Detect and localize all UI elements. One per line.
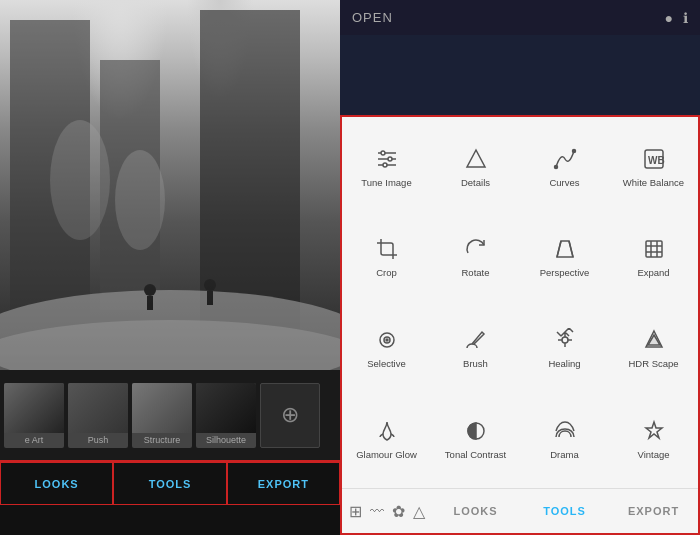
tool-tune-image[interactable]: Tune Image (342, 121, 431, 212)
left-panel: e Art Push Structure Silhouette ⊕ LOOKS … (0, 0, 340, 535)
tool-white-balance[interactable]: WB White Balance (609, 121, 698, 212)
mustache-bottom-icon[interactable]: 〰 (370, 503, 384, 519)
thumbnails-row: e Art Push Structure Silhouette ⊕ (0, 370, 340, 460)
svg-point-18 (554, 165, 557, 168)
info-icon[interactable]: ℹ (683, 10, 688, 26)
svg-point-5 (50, 120, 110, 240)
svg-point-14 (381, 151, 385, 155)
svg-line-23 (557, 241, 561, 257)
svg-point-9 (204, 279, 216, 291)
svg-point-16 (383, 163, 387, 167)
bottom-icon-row: ⊞ 〰 ✿ △ (342, 489, 431, 533)
curves-icon (550, 145, 580, 173)
tonal-contrast-icon (461, 417, 491, 445)
svg-rect-25 (646, 241, 662, 257)
details-label: Details (461, 177, 490, 188)
svg-point-28 (386, 339, 388, 341)
rotate-icon (461, 235, 491, 263)
white-balance-icon: WB (639, 145, 669, 173)
tool-brush[interactable]: Brush (431, 303, 520, 394)
tune-image-icon (372, 145, 402, 173)
svg-point-6 (115, 150, 165, 250)
open-button[interactable]: OPEN (352, 10, 393, 25)
add-filter-button[interactable]: ⊕ (260, 383, 320, 448)
crop-label: Crop (376, 267, 397, 278)
bottom-nav-right: ⊞ 〰 ✿ △ LOOKS TOOLS EXPORT (342, 488, 698, 533)
svg-point-7 (144, 284, 156, 296)
dot-icon: ● (665, 10, 673, 26)
tools-grid-container: Tune Image Details (340, 115, 700, 535)
right-nav-looks[interactable]: LOOKS (431, 489, 520, 533)
tool-details[interactable]: Details (431, 121, 520, 212)
left-nav-export[interactable]: EXPORT (227, 462, 340, 505)
grid-bottom-icon[interactable]: ⊞ (349, 502, 362, 521)
glamour-glow-icon (372, 417, 402, 445)
thumb-e-art[interactable]: e Art (4, 383, 64, 448)
drama-icon (550, 417, 580, 445)
svg-marker-17 (467, 150, 485, 167)
curves-label: Curves (549, 177, 579, 188)
svg-marker-33 (646, 422, 662, 438)
brush-icon (461, 326, 491, 354)
left-nav-tools[interactable]: TOOLS (113, 462, 226, 505)
tool-selective[interactable]: Selective (342, 303, 431, 394)
tune-image-label: Tune Image (361, 177, 411, 188)
right-nav-export[interactable]: EXPORT (609, 489, 698, 533)
flower-bottom-icon[interactable]: ✿ (392, 502, 405, 521)
vintage-label: Vintage (637, 449, 669, 460)
thumb-structure[interactable]: Structure (132, 383, 192, 448)
selective-label: Selective (367, 358, 406, 369)
tool-tonal-contrast[interactable]: Tonal Contrast (431, 393, 520, 484)
svg-point-19 (572, 149, 575, 152)
preview-dark-area (340, 35, 700, 115)
crop-icon (372, 235, 402, 263)
details-icon (461, 145, 491, 173)
thumb-push[interactable]: Push (68, 383, 128, 448)
svg-point-15 (388, 157, 392, 161)
healing-label: Healing (548, 358, 580, 369)
svg-rect-10 (207, 291, 213, 305)
arrow-bottom-icon[interactable]: △ (413, 502, 425, 521)
right-nav-tools[interactable]: TOOLS (520, 489, 609, 533)
drama-label: Drama (550, 449, 579, 460)
tool-drama[interactable]: Drama (520, 393, 609, 484)
tonal-contrast-label: Tonal Contrast (445, 449, 506, 460)
main-image (0, 0, 340, 370)
thumb-silhouette[interactable]: Silhouette (196, 383, 256, 448)
healing-icon (550, 326, 580, 354)
tool-crop[interactable]: Crop (342, 212, 431, 303)
selective-icon (372, 326, 402, 354)
right-header: OPEN ● ℹ (340, 0, 700, 35)
tool-expand[interactable]: Expand (609, 212, 698, 303)
tool-glamour-glow[interactable]: Glamour Glow (342, 393, 431, 484)
svg-point-29 (562, 337, 568, 343)
white-balance-label: White Balance (623, 177, 684, 188)
perspective-label: Perspective (540, 267, 590, 278)
svg-line-24 (569, 241, 573, 257)
left-nav-looks[interactable]: LOOKS (0, 462, 113, 505)
bottom-nav-left: LOOKS TOOLS EXPORT (0, 460, 340, 505)
hdr-scape-label: HDR Scape (628, 358, 678, 369)
header-icons: ● ℹ (665, 10, 688, 26)
svg-rect-8 (147, 296, 153, 310)
plus-circle-icon: ⊕ (281, 404, 299, 426)
thumb-silhouette-label: Silhouette (196, 433, 256, 447)
glamour-glow-label: Glamour Glow (356, 449, 417, 460)
vintage-icon (639, 417, 669, 445)
svg-text:WB: WB (648, 155, 665, 166)
right-panel: OPEN ● ℹ Tune Image (340, 0, 700, 535)
tool-perspective[interactable]: Perspective (520, 212, 609, 303)
tools-grid: Tune Image Details (342, 117, 698, 488)
expand-icon (639, 235, 669, 263)
tool-healing[interactable]: Healing (520, 303, 609, 394)
hdr-scape-icon (639, 326, 669, 354)
tool-hdr-scape[interactable]: HDR Scape (609, 303, 698, 394)
tool-curves[interactable]: Curves (520, 121, 609, 212)
tool-vintage[interactable]: Vintage (609, 393, 698, 484)
thumb-e-art-label: e Art (4, 433, 64, 447)
tool-rotate[interactable]: Rotate (431, 212, 520, 303)
thumb-push-label: Push (68, 433, 128, 447)
rotate-label: Rotate (462, 267, 490, 278)
expand-label: Expand (637, 267, 669, 278)
perspective-icon (550, 235, 580, 263)
